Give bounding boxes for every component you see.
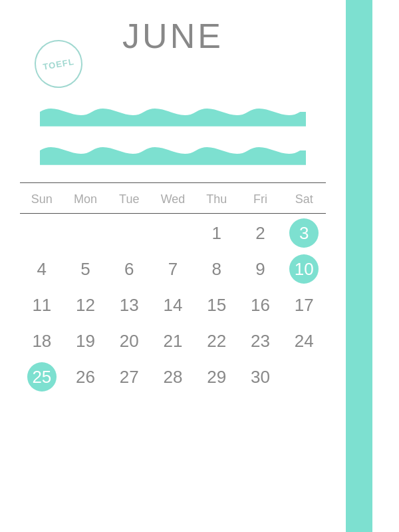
- day-cell-w2-5: 9: [239, 251, 283, 287]
- day-cell-w5-0: 25: [20, 359, 64, 395]
- day-cell-w4-2: 20: [107, 323, 151, 359]
- day-cell-w4-1: 19: [64, 323, 108, 359]
- week-1: 1 2 3: [20, 215, 326, 251]
- stamp-label: TOEFL: [42, 57, 74, 72]
- waves-decoration: [0, 96, 346, 166]
- day-cell-w2-3: 7: [151, 251, 195, 287]
- day-cell-w2-4: 8: [195, 251, 239, 287]
- day-cell-w5-4: 29: [195, 359, 239, 395]
- day-cell-w3-0: 11: [20, 287, 64, 323]
- day-cell-w2-2: 6: [107, 251, 151, 287]
- week-2: 4 5 6 7 8 9 10: [20, 251, 326, 287]
- day-cell-w4-3: 21: [151, 323, 195, 359]
- stamp-container: TOEFL: [35, 40, 82, 88]
- day-cell-w3-6: 17: [282, 287, 326, 323]
- top-divider: [20, 182, 326, 183]
- day-thu: Thu: [195, 188, 239, 210]
- day-cell-w1-6: 3: [282, 215, 326, 251]
- day-cell-w4-0: 18: [20, 323, 64, 359]
- day-tue: Tue: [107, 188, 151, 210]
- day-sat: Sat: [282, 188, 326, 210]
- day-cell-w5-6: [282, 359, 326, 395]
- day-cell-w4-5: 23: [239, 323, 283, 359]
- bottom-divider: [20, 213, 326, 214]
- week-5: 25 26 27 28 29 30: [20, 359, 326, 395]
- day-fri: Fri: [239, 188, 283, 210]
- day-cell-w1-2: [107, 215, 151, 251]
- day-cell-w1-5: 2: [239, 215, 283, 251]
- calendar-header: Sun Mon Tue Wed Thu Fri Sat: [20, 188, 326, 210]
- day-cell-w5-3: 28: [151, 359, 195, 395]
- day-cell-w2-6: 10: [282, 251, 326, 287]
- day-cell-w4-6: 24: [282, 323, 326, 359]
- wave-bottom: [40, 134, 306, 166]
- week-3: 11 12 13 14 15 16 17: [20, 287, 326, 323]
- day-cell-w3-1: 12: [64, 287, 108, 323]
- day-cell-w1-3: [151, 215, 195, 251]
- toefl-stamp: TOEFL: [31, 36, 86, 91]
- day-sun: Sun: [20, 188, 64, 210]
- day-cell-w1-1: [64, 215, 108, 251]
- page-container: JUNE TOEFL Sun Mon Tue Wed Thu Fri Sat: [0, 0, 372, 532]
- calendar: Sun Mon Tue Wed Thu Fri Sat 1 2 3 4 5 6 …: [0, 182, 346, 395]
- day-cell-w3-2: 13: [107, 287, 151, 323]
- day-cell-w5-2: 27: [107, 359, 151, 395]
- day-wed: Wed: [151, 188, 195, 210]
- day-cell-w1-4: 1: [195, 215, 239, 251]
- day-cell-w4-4: 22: [195, 323, 239, 359]
- day-cell-w5-1: 26: [64, 359, 108, 395]
- right-accent-bar: [346, 0, 372, 532]
- day-mon: Mon: [64, 188, 108, 210]
- day-cell-w3-5: 16: [239, 287, 283, 323]
- week-4: 18 19 20 21 22 23 24: [20, 323, 326, 359]
- day-cell-w2-0: 4: [20, 251, 64, 287]
- day-cell-w3-4: 15: [195, 287, 239, 323]
- day-cell-w5-5: 30: [239, 359, 283, 395]
- day-cell-w1-0: [20, 215, 64, 251]
- day-cell-w3-3: 14: [151, 287, 195, 323]
- day-cell-w2-1: 5: [64, 251, 108, 287]
- wave-top: [40, 96, 306, 128]
